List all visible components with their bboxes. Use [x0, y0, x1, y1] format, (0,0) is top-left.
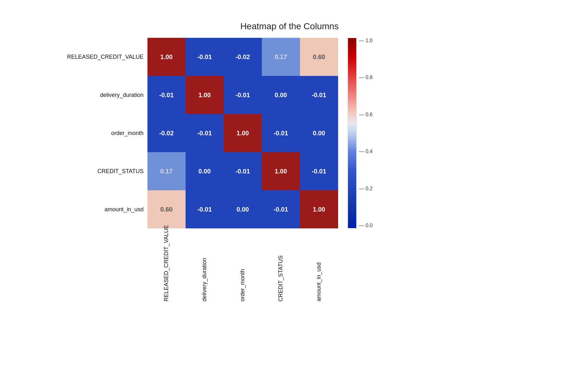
colorbar-tick-4: — 0.2	[359, 186, 373, 192]
cell-1-2: -0.01	[224, 76, 262, 114]
colorbar-ticks: — 1.0— 0.8— 0.6— 0.4— 0.2— 0.0	[359, 38, 373, 228]
x-label-4: amount_in_usd	[316, 262, 322, 301]
chart-title: Heatmap of the Columns	[67, 21, 512, 31]
chart-body: RELEASED_CREDIT_VALUEdelivery_durationor…	[67, 38, 512, 301]
cell-1-1: 1.00	[186, 76, 224, 114]
heatmap-area: 1.00-0.01-0.020.170.60-0.011.00-0.010.00…	[147, 38, 338, 301]
colorbar-gradient	[348, 38, 357, 228]
cell-3-3: 1.00	[262, 152, 300, 190]
colorbar-tick-0: — 1.0	[359, 38, 373, 44]
cell-3-0: 0.17	[147, 152, 186, 190]
heatmap-and-colorbar: 1.00-0.01-0.020.170.60-0.011.00-0.010.00…	[147, 38, 373, 301]
cell-3-1: 0.00	[186, 152, 224, 190]
x-label-0: RELEASED_CREDIT_VALUE	[163, 225, 170, 301]
cell-2-2: 1.00	[224, 114, 262, 152]
colorbar-tick-5: — 0.0	[359, 223, 373, 228]
y-label-4: amount_in_usd	[67, 190, 144, 228]
cell-4-3: -0.01	[262, 190, 300, 228]
colorbar-tick-1: — 0.8	[359, 75, 373, 80]
cell-0-1: -0.01	[186, 38, 224, 76]
cell-2-0: -0.02	[147, 114, 186, 152]
x-label-wrapper-2: order_month	[224, 232, 262, 301]
cell-1-4: -0.01	[300, 76, 338, 114]
x-label-wrapper-0: RELEASED_CREDIT_VALUE	[147, 232, 186, 301]
x-labels: RELEASED_CREDIT_VALUEdelivery_durationor…	[147, 232, 338, 301]
cell-0-0: 1.00	[147, 38, 186, 76]
cell-3-2: -0.01	[224, 152, 262, 190]
cell-1-3: 0.00	[262, 76, 300, 114]
y-label-2: order_month	[67, 114, 144, 152]
cell-4-1: -0.01	[186, 190, 224, 228]
x-label-1: delivery_duration	[201, 258, 208, 301]
x-label-wrapper-4: amount_in_usd	[300, 232, 338, 301]
x-label-2: order_month	[239, 269, 246, 301]
cell-2-4: 0.00	[300, 114, 338, 152]
colorbar-container: — 1.0— 0.8— 0.6— 0.4— 0.2— 0.0	[348, 38, 373, 228]
cell-0-3: 0.17	[262, 38, 300, 76]
cell-4-2: 0.00	[224, 190, 262, 228]
cell-3-4: -0.01	[300, 152, 338, 190]
colorbar-tick-3: — 0.4	[359, 149, 373, 154]
y-label-1: delivery_duration	[67, 76, 144, 114]
y-label-3: CREDIT_STATUS	[67, 152, 144, 190]
cell-4-0: 0.60	[147, 190, 186, 228]
x-label-wrapper-1: delivery_duration	[186, 232, 224, 301]
y-label-0: RELEASED_CREDIT_VALUE	[67, 38, 144, 76]
cell-0-4: 0.60	[300, 38, 338, 76]
cell-2-1: -0.01	[186, 114, 224, 152]
heatmap-grid: 1.00-0.01-0.020.170.60-0.011.00-0.010.00…	[147, 38, 338, 228]
x-label-3: CREDIT_STATUS	[277, 255, 284, 301]
cell-0-2: -0.02	[224, 38, 262, 76]
x-label-wrapper-3: CREDIT_STATUS	[262, 232, 300, 301]
chart-container: Heatmap of the Columns RELEASED_CREDIT_V…	[67, 21, 512, 371]
cell-2-3: -0.01	[262, 114, 300, 152]
colorbar-tick-2: — 0.6	[359, 112, 373, 118]
cell-4-4: 1.00	[300, 190, 338, 228]
y-labels: RELEASED_CREDIT_VALUEdelivery_durationor…	[67, 38, 144, 228]
cell-1-0: -0.01	[147, 76, 186, 114]
